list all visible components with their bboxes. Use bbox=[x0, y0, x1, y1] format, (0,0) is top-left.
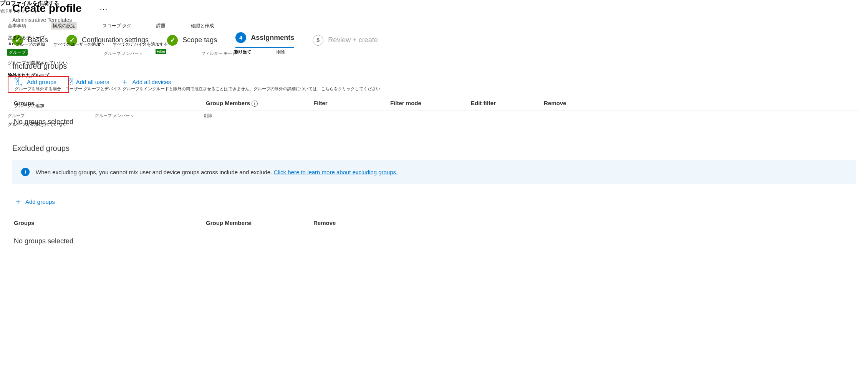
add-groups-button[interactable]: ⍰₊ Add groups bbox=[14, 78, 56, 86]
step-assignments[interactable]: 4 Assignments bbox=[235, 32, 294, 48]
add-groups-button-excluded[interactable]: ＋ Add groups bbox=[14, 197, 55, 206]
col-remove: Remove bbox=[313, 220, 390, 226]
info-icon[interactable]: i bbox=[250, 220, 252, 226]
included-empty-row: No groups selected bbox=[8, 111, 860, 133]
page-subtitle: Administrative Templates bbox=[12, 17, 860, 23]
button-label: Add groups bbox=[27, 79, 56, 85]
ghost-assign-jp: 割り当て bbox=[234, 49, 251, 55]
check-icon: ✓ bbox=[12, 35, 23, 46]
col-remove: Remove bbox=[544, 100, 605, 107]
plus-icon: ＋ bbox=[121, 78, 129, 86]
add-all-devices-button[interactable]: ＋ Add all devices bbox=[121, 78, 171, 86]
included-action-bar: ⍰₊ Add groups ⍰ Add all users ＋ Add all … bbox=[14, 78, 860, 86]
step-config-settings[interactable]: ✓ Configuration settings bbox=[66, 35, 149, 46]
step-scope-tags[interactable]: ✓ Scope tags bbox=[167, 35, 217, 46]
excluded-empty-row: No groups selected bbox=[8, 230, 860, 252]
button-label: Add all devices bbox=[132, 79, 171, 85]
step-label: Basics bbox=[28, 36, 48, 44]
info-icon: i bbox=[21, 168, 30, 176]
col-group-members: Group Membersi bbox=[206, 220, 313, 226]
page-title: Create profile bbox=[12, 0, 860, 15]
button-label: Add groups bbox=[25, 198, 55, 205]
step-number-icon: 5 bbox=[313, 35, 323, 46]
excluded-groups-title: Excluded groups bbox=[12, 144, 860, 153]
check-icon: ✓ bbox=[167, 35, 178, 46]
info-text: When excluding groups, you cannot mix us… bbox=[36, 169, 398, 175]
excluded-action-bar: ＋ Add groups bbox=[14, 197, 860, 206]
included-groups-title: Included groups bbox=[12, 62, 860, 71]
col-groups: Groups bbox=[14, 100, 206, 107]
excluded-table-header: Groups Group Membersi Remove bbox=[8, 216, 860, 230]
included-table-header: Groups Group Membersi Filter Filter mode… bbox=[8, 96, 860, 111]
ghost-help-jp: グループを除外する場合、ユーザー グループとデバイス グループをインクルードと除… bbox=[15, 86, 380, 92]
step-label: Scope tags bbox=[182, 36, 217, 44]
col-groups: Groups bbox=[14, 220, 206, 226]
plus-icon: ＋ bbox=[14, 197, 22, 206]
ghost-col-remove-jp: 削除 bbox=[277, 49, 285, 55]
step-label: Configuration settings bbox=[82, 36, 149, 44]
ghost-filter-badge: Filter bbox=[156, 49, 166, 54]
step-review-create[interactable]: 5 Review + create bbox=[313, 35, 378, 46]
excluded-info-box: i When excluding groups, you cannot mix … bbox=[12, 160, 856, 184]
info-icon[interactable]: i bbox=[252, 101, 258, 107]
col-edit-filter: Edit filter bbox=[471, 100, 544, 107]
check-icon: ✓ bbox=[66, 35, 77, 46]
add-all-users-button[interactable]: ⍰ Add all users bbox=[68, 78, 109, 86]
wizard-stepper: ✓ Basics ✓ Configuration settings ✓ Scop… bbox=[12, 32, 860, 48]
col-filter-mode: Filter mode bbox=[390, 100, 471, 107]
col-filter: Filter bbox=[313, 100, 390, 107]
add-user-icon: ⍰ bbox=[68, 78, 73, 86]
step-basics[interactable]: ✓ Basics bbox=[12, 35, 48, 46]
ghost-group-badge: グループ bbox=[7, 49, 28, 56]
ghost-col-row-jp: グループ メンバー ○ フィルター モード bbox=[104, 51, 294, 56]
col-group-members: Group Membersi bbox=[206, 100, 313, 107]
step-label: Assignments bbox=[251, 34, 294, 42]
step-label: Review + create bbox=[328, 36, 378, 44]
button-label: Add all users bbox=[76, 79, 109, 85]
learn-more-link[interactable]: Click here to learn more about excluding… bbox=[274, 169, 398, 175]
step-number-icon: 4 bbox=[235, 32, 246, 43]
ghost-tabs-jp: 基本事項 構成の設定 スコープ タグ 課題 確認と作成 bbox=[8, 22, 238, 30]
add-user-icon: ⍰₊ bbox=[14, 78, 24, 86]
